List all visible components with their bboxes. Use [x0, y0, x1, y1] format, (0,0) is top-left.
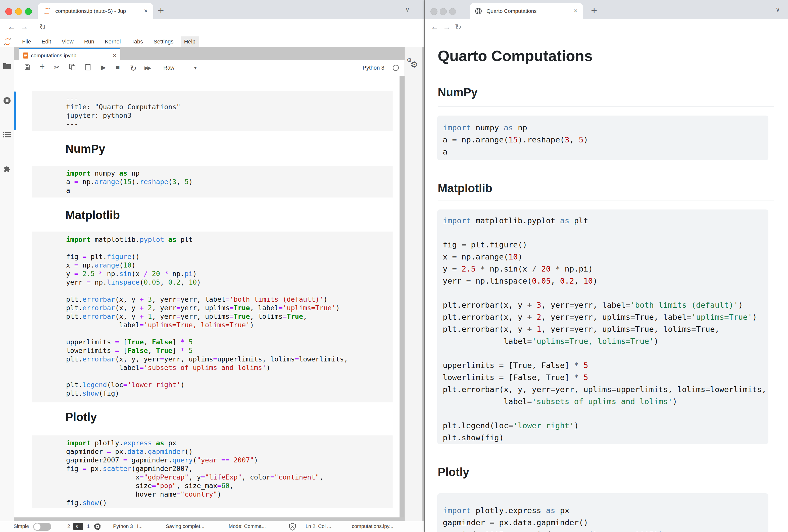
minimize-window-button[interactable]: [15, 8, 22, 15]
notebook-content: ---title: "Quarto Computations"jupyter: …: [14, 76, 399, 517]
plotly-code[interactable]: import plotly.express as pxgapminder = p…: [66, 439, 323, 507]
tab-search-chevron-icon[interactable]: ∨: [405, 5, 410, 13]
quarto-preview-browser-window: Quarto Computations × + ∨ ← → ↻ localhos…: [425, 0, 788, 532]
reload-button[interactable]: ↻: [455, 22, 461, 32]
run-cell-button[interactable]: ▶: [101, 64, 106, 71]
matplotlib-code[interactable]: import matplotlib.pyplot as plt fig = pl…: [66, 236, 348, 397]
globe-favicon: [475, 7, 482, 15]
menu-edit[interactable]: Edit: [41, 38, 51, 45]
back-button[interactable]: ←: [7, 22, 16, 32]
notebook-toolbar: + ✂ ▶ ■ ↻ ▶▶ Raw ▾ Python 3: [14, 60, 405, 76]
numpy-code-block[interactable]: import numpy as npa = np.arange(15).resh…: [437, 116, 768, 160]
save-button[interactable]: [24, 64, 31, 70]
notebook-scrollbar[interactable]: [399, 76, 404, 517]
zoom-window-button[interactable]: [25, 8, 32, 15]
copy-cell-button[interactable]: [69, 64, 76, 70]
cursor-position-text[interactable]: Ln 2, Col ...: [306, 524, 331, 529]
saving-status-text: Saving complet...: [166, 524, 204, 529]
notebook-doc-tab[interactable]: computations.ipynb ×: [19, 48, 120, 62]
restart-run-all-button[interactable]: ▶▶: [144, 65, 150, 71]
new-tab-button[interactable]: +: [158, 4, 164, 17]
terminal-icon[interactable]: $_: [73, 523, 83, 530]
raw-cell[interactable]: ---title: "Quarto Computations"jupyter: …: [32, 91, 393, 131]
right-sidebar: ⚙ ⚙: [405, 47, 422, 521]
browser-toolbar: ← → ↻ localhost:7896 ☆ Z JJ ⋮: [425, 19, 788, 37]
forward-button[interactable]: →: [20, 22, 28, 32]
menu-tabs[interactable]: Tabs: [132, 38, 143, 45]
doc-tab-title: computations.ipynb: [31, 53, 76, 59]
reload-button[interactable]: ↻: [39, 22, 46, 32]
section-heading-plotly: Plotly: [438, 465, 774, 484]
paste-cell-button[interactable]: [85, 64, 91, 70]
notebook-file-icon: [23, 52, 28, 59]
menu-settings[interactable]: Settings: [154, 38, 174, 45]
editor-mode-text[interactable]: Mode: Comma...: [229, 524, 266, 529]
back-button[interactable]: ←: [431, 22, 439, 32]
minimize-window-button[interactable]: [440, 8, 447, 15]
terminal-count[interactable]: 2: [67, 524, 70, 529]
section-heading-matplotlib: Matplotlib: [438, 181, 774, 201]
menu-help[interactable]: Help: [181, 36, 199, 47]
browser-tab-strip: computations.ip (auto-S) - Jup × + ∨: [0, 0, 423, 19]
menu-file[interactable]: File: [22, 38, 31, 45]
menu-view[interactable]: View: [62, 38, 73, 45]
extension-manager-icon[interactable]: [3, 165, 11, 172]
browser-tab[interactable]: computations.ip (auto-S) - Jup ×: [38, 3, 153, 19]
close-window-button[interactable]: [5, 8, 12, 15]
forward-button[interactable]: →: [443, 22, 451, 32]
tab-close-icon[interactable]: ×: [574, 7, 577, 15]
jupyter-favicon: [43, 7, 51, 15]
active-file-name: computations.ipy...: [352, 524, 393, 529]
jupyterlab-logo: [3, 38, 12, 46]
plotly-code-block[interactable]: import plotly.express as pxgapminder = p…: [437, 493, 768, 532]
running-kernels-icon[interactable]: [3, 97, 11, 105]
cell-type-dropdown[interactable]: Raw: [163, 65, 174, 71]
table-of-contents-icon[interactable]: [3, 131, 11, 138]
section-heading-numpy: NumPy: [438, 85, 774, 106]
browser-tab-title: computations.ip (auto-S) - Jup: [55, 8, 126, 14]
page-title: Quarto Computations: [438, 47, 593, 65]
section-heading-numpy: NumPy: [65, 142, 105, 155]
doc-tab-close-icon[interactable]: ×: [113, 52, 116, 59]
status-bar: Simple 2 $_ 1 Python 3 | I... Saving com…: [0, 521, 423, 532]
tab-close-icon[interactable]: ×: [144, 7, 148, 15]
browser-tab-strip: Quarto Computations × + ∨: [425, 0, 788, 19]
code-cell-plotly[interactable]: import plotly.express as pxgapminder = p…: [32, 435, 393, 508]
new-tab-button[interactable]: +: [591, 4, 597, 17]
kernel-count[interactable]: 1: [87, 524, 90, 529]
close-window-button[interactable]: [430, 8, 437, 15]
file-browser-icon[interactable]: [3, 63, 11, 69]
section-heading-plotly: Plotly: [65, 410, 97, 424]
simple-mode-toggle[interactable]: [33, 523, 51, 531]
menu-kernel[interactable]: Kernel: [105, 38, 121, 45]
zoom-window-button[interactable]: [449, 8, 456, 15]
jupyterlab-menu-bar: File Edit View Run Kernel Tabs Settings …: [0, 36, 423, 47]
code-cell-numpy[interactable]: import numpy as npa = np.arange(15).resh…: [32, 166, 393, 198]
kernel-chip-icon[interactable]: [94, 523, 101, 530]
code-cell-matplotlib[interactable]: import matplotlib.pyplot as plt fig = pl…: [32, 231, 393, 403]
jupyterlab-workspace: computations.ipynb × + ✂ ▶ ■ ↻ ▶▶ Raw ▾ …: [0, 47, 423, 521]
add-cell-button[interactable]: +: [39, 61, 45, 72]
browser-tab-title: Quarto Computations: [487, 8, 537, 14]
browser-toolbar: ← → ↻ localhost:8889/lab/workspaces/auto…: [0, 19, 423, 37]
activity-bar: [0, 47, 14, 521]
jupyterlab-browser-window: computations.ip (auto-S) - Jup × + ∨ ← →…: [0, 0, 423, 532]
restart-kernel-button[interactable]: ↻: [130, 64, 137, 73]
kernel-status-icon[interactable]: [392, 64, 399, 71]
selected-cell-indicator: [14, 91, 16, 130]
kernel-status-text[interactable]: Python 3 | I...: [113, 524, 142, 529]
kernel-name[interactable]: Python 3: [362, 65, 385, 71]
stop-kernel-button[interactable]: ■: [116, 64, 120, 71]
trust-shield-icon[interactable]: [289, 523, 296, 531]
simple-mode-label: Simple: [14, 524, 29, 529]
numpy-code[interactable]: import numpy as npa = np.arange(15).resh…: [66, 169, 193, 195]
quarto-page: Quarto Computations NumPy import numpy a…: [425, 36, 788, 532]
browser-tab[interactable]: Quarto Computations ×: [470, 3, 583, 19]
raw-cell-code[interactable]: ---title: "Quarto Computations"jupyter: …: [66, 94, 180, 128]
cut-cell-button[interactable]: ✂: [54, 64, 60, 71]
cell-type-chevron-icon[interactable]: ▾: [194, 65, 197, 71]
section-heading-matplotlib: Matplotlib: [65, 208, 120, 222]
menu-run[interactable]: Run: [84, 38, 94, 45]
tab-search-chevron-icon[interactable]: ∨: [775, 5, 780, 13]
matplotlib-code-block[interactable]: import matplotlib.pyplot as plt fig = pl…: [437, 209, 768, 444]
